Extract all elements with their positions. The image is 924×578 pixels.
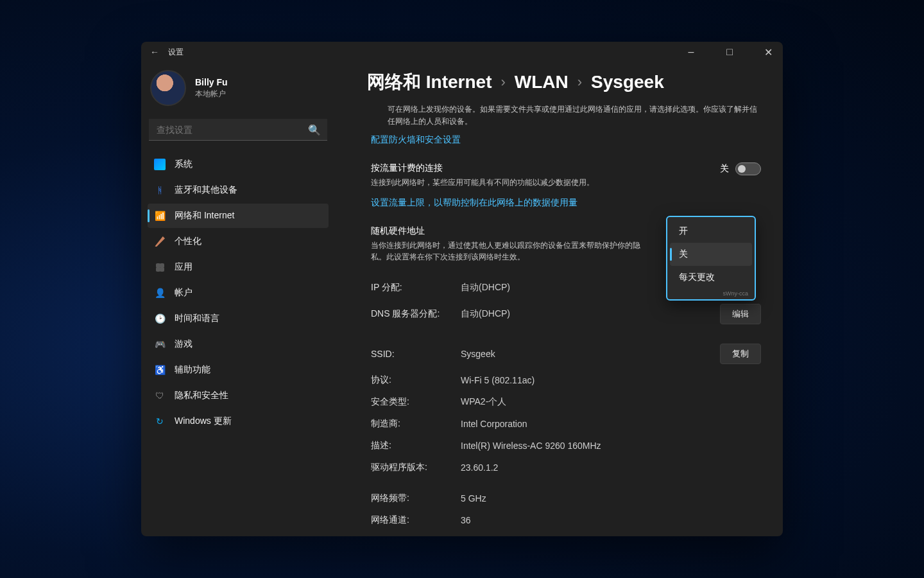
back-button[interactable]: ← [150,47,159,57]
shield-icon: 🛡 [154,390,166,401]
random-mac-dropdown[interactable]: 开 关 每天更改 sWny-cca [666,216,756,301]
maximize-button[interactable]: □ [715,42,744,62]
net-detail-row: 网络通道:36 [371,509,761,531]
dropdown-opt-off[interactable]: 关 [670,243,752,266]
nav: 系统 ᚻ蓝牙和其他设备 📶网络和 Internet 个性化 应用 👤帐户 🕑时间… [146,152,330,434]
update-icon: ↻ [154,416,166,427]
user-block[interactable]: Billy Fu 本地帐户 [146,66,330,119]
sidebar-item-accessibility[interactable]: ♿辅助功能 [148,358,329,382]
dropdown-opt-daily[interactable]: 每天更改 [670,266,752,289]
sidebar-item-update[interactable]: ↻Windows 更新 [148,409,329,434]
sidebar: Billy Fu 本地帐户 🔍 系统 ᚻ蓝牙和其他设备 📶网络和 Interne… [141,62,334,536]
sidebar-item-privacy[interactable]: 🛡隐私和安全性 [148,383,329,408]
person-icon: 👤 [154,287,166,299]
breadcrumb-wlan[interactable]: WLAN [515,72,569,92]
ssid-row: SSID: Sysgeek 复制 [371,338,761,369]
titlebar: ← 设置 – □ ✕ [141,42,783,62]
sidebar-item-time[interactable]: 🕑时间和语言 [148,306,329,331]
metered-title: 按流量计费的连接 [371,162,707,174]
dropdown-opt-on[interactable]: 开 [670,220,752,243]
dns-edit-button[interactable]: 编辑 [720,304,761,324]
breadcrumb: 网络和 Internet › WLAN › Sysgeek [338,66,783,103]
settings-window: ← 设置 – □ ✕ Billy Fu 本地帐户 🔍 系统 ᚻ蓝牙和其他设备 📶… [141,42,783,536]
net-detail-row: 网络频带:5 GHz [371,487,761,509]
dropdown-brand: sWny-cca [670,289,752,297]
window-title: 设置 [168,47,184,58]
main: 网络和 Internet › WLAN › Sysgeek 可在网络上发现你的设… [334,62,783,536]
ssid-copy-button[interactable]: 复制 [720,344,761,364]
gamepad-icon: 🎮 [154,338,166,350]
chevron-right-icon: › [578,74,582,91]
apps-icon [154,261,166,273]
search-icon: 🔍 [308,124,321,136]
metered-toggle-group: 关 [720,162,761,175]
firewall-link[interactable]: 配置防火墙和安全设置 [371,134,461,146]
sidebar-item-apps[interactable]: 应用 [148,255,329,279]
system-icon [154,159,166,170]
net-detail-row: 链接速度(接收/传输):1733/1733 (Mbps) [371,531,761,536]
user-sub: 本地帐户 [195,89,228,100]
discovery-desc: 可在网络上发现你的设备。如果需要文件共享或使用通过此网络通信的应用，请选择此选项… [371,103,761,128]
detail-row: 安全类型:WPA2-个人 [371,391,761,413]
detail-row: 描述:Intel(R) Wireless-AC 9260 160MHz [371,435,761,457]
wifi-icon: 📶 [154,210,166,222]
user-name: Billy Fu [195,77,228,87]
breadcrumb-network[interactable]: 网络和 Internet [367,70,492,94]
random-mac-desc: 当你连接到此网络时，通过使其他人更难以跟踪你的设备位置来帮助保护你的隐私。此设置… [371,240,640,263]
metered-section: 按流量计费的连接 连接到此网络时，某些应用可能具有不同的功能以减少数据使用。 设… [371,162,761,209]
metered-toggle[interactable] [735,162,761,175]
metered-state-label: 关 [720,163,729,175]
content: 可在网络上发现你的设备。如果需要文件共享或使用通过此网络通信的应用，请选择此选项… [338,103,783,536]
sidebar-item-bluetooth[interactable]: ᚻ蓝牙和其他设备 [148,178,329,202]
sidebar-item-gaming[interactable]: 🎮游戏 [148,332,329,356]
data-limit-link[interactable]: 设置流量上限，以帮助控制在此网络上的数据使用量 [371,197,578,209]
accessibility-icon: ♿ [154,364,166,376]
dns-row: DNS 服务器分配: 自动(DHCP) 编辑 [371,299,761,329]
sidebar-item-network[interactable]: 📶网络和 Internet [148,204,329,228]
close-button[interactable]: ✕ [753,42,783,62]
detail-row: 制造商:Intel Corporation [371,413,761,435]
sidebar-item-personalization[interactable]: 个性化 [148,229,329,254]
sidebar-item-accounts[interactable]: 👤帐户 [148,281,329,305]
detail-row: 协议:Wi-Fi 5 (802.11ac) [371,369,761,391]
brush-icon [154,236,166,247]
avatar [150,70,186,106]
bluetooth-icon: ᚻ [154,184,166,196]
search-box[interactable]: 🔍 [149,119,327,141]
search-input[interactable] [149,119,327,141]
metered-desc: 连接到此网络时，某些应用可能具有不同的功能以减少数据使用。 [371,177,640,188]
sidebar-item-system[interactable]: 系统 [148,152,329,177]
breadcrumb-current: Sysgeek [591,72,664,92]
minimize-button[interactable]: – [676,42,706,62]
clock-icon: 🕑 [154,313,166,324]
chevron-right-icon: › [501,74,505,91]
detail-row: 驱动程序版本:23.60.1.2 [371,457,761,478]
